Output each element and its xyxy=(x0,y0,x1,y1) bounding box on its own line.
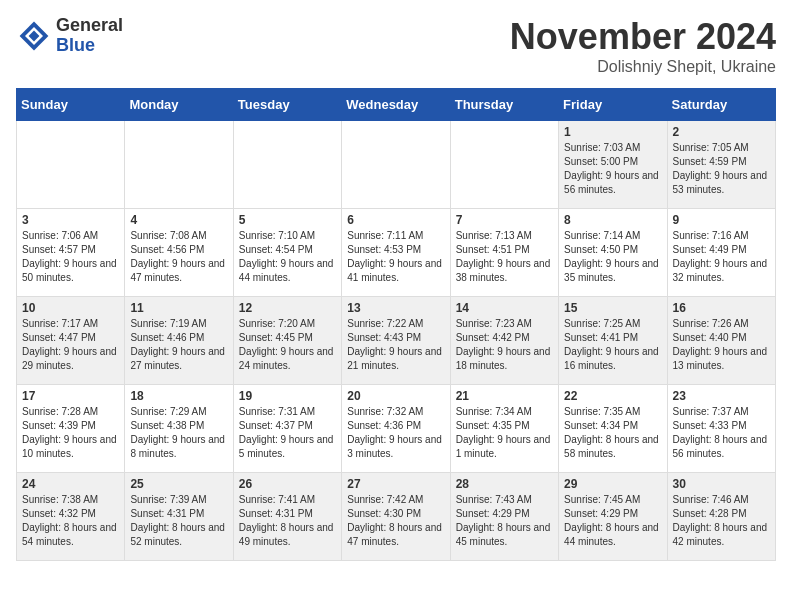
day-cell xyxy=(342,121,450,209)
week-row-2: 10Sunrise: 7:17 AM Sunset: 4:47 PM Dayli… xyxy=(17,297,776,385)
day-info: Sunrise: 7:23 AM Sunset: 4:42 PM Dayligh… xyxy=(456,317,553,373)
header-wednesday: Wednesday xyxy=(342,89,450,121)
day-cell: 4Sunrise: 7:08 AM Sunset: 4:56 PM Daylig… xyxy=(125,209,233,297)
day-cell: 12Sunrise: 7:20 AM Sunset: 4:45 PM Dayli… xyxy=(233,297,341,385)
day-info: Sunrise: 7:46 AM Sunset: 4:28 PM Dayligh… xyxy=(673,493,770,549)
day-cell: 3Sunrise: 7:06 AM Sunset: 4:57 PM Daylig… xyxy=(17,209,125,297)
day-number: 20 xyxy=(347,389,444,403)
day-number: 7 xyxy=(456,213,553,227)
day-number: 14 xyxy=(456,301,553,315)
calendar-table: SundayMondayTuesdayWednesdayThursdayFrid… xyxy=(16,88,776,561)
day-number: 17 xyxy=(22,389,119,403)
day-info: Sunrise: 7:32 AM Sunset: 4:36 PM Dayligh… xyxy=(347,405,444,461)
day-number: 16 xyxy=(673,301,770,315)
week-row-0: 1Sunrise: 7:03 AM Sunset: 5:00 PM Daylig… xyxy=(17,121,776,209)
day-cell: 19Sunrise: 7:31 AM Sunset: 4:37 PM Dayli… xyxy=(233,385,341,473)
day-number: 6 xyxy=(347,213,444,227)
main-title: November 2024 xyxy=(510,16,776,58)
day-cell: 5Sunrise: 7:10 AM Sunset: 4:54 PM Daylig… xyxy=(233,209,341,297)
day-number: 21 xyxy=(456,389,553,403)
day-cell: 21Sunrise: 7:34 AM Sunset: 4:35 PM Dayli… xyxy=(450,385,558,473)
day-info: Sunrise: 7:42 AM Sunset: 4:30 PM Dayligh… xyxy=(347,493,444,549)
header-tuesday: Tuesday xyxy=(233,89,341,121)
day-number: 24 xyxy=(22,477,119,491)
day-info: Sunrise: 7:41 AM Sunset: 4:31 PM Dayligh… xyxy=(239,493,336,549)
day-cell: 17Sunrise: 7:28 AM Sunset: 4:39 PM Dayli… xyxy=(17,385,125,473)
day-cell: 11Sunrise: 7:19 AM Sunset: 4:46 PM Dayli… xyxy=(125,297,233,385)
day-number: 10 xyxy=(22,301,119,315)
day-info: Sunrise: 7:10 AM Sunset: 4:54 PM Dayligh… xyxy=(239,229,336,285)
day-cell: 7Sunrise: 7:13 AM Sunset: 4:51 PM Daylig… xyxy=(450,209,558,297)
day-number: 23 xyxy=(673,389,770,403)
day-cell: 28Sunrise: 7:43 AM Sunset: 4:29 PM Dayli… xyxy=(450,473,558,561)
day-cell: 14Sunrise: 7:23 AM Sunset: 4:42 PM Dayli… xyxy=(450,297,558,385)
day-number: 1 xyxy=(564,125,661,139)
day-number: 22 xyxy=(564,389,661,403)
logo-blue: Blue xyxy=(56,36,123,56)
day-number: 19 xyxy=(239,389,336,403)
header: General Blue November 2024 Dolishniy She… xyxy=(16,16,776,76)
header-thursday: Thursday xyxy=(450,89,558,121)
day-info: Sunrise: 7:25 AM Sunset: 4:41 PM Dayligh… xyxy=(564,317,661,373)
day-cell xyxy=(125,121,233,209)
day-number: 3 xyxy=(22,213,119,227)
logo-general: General xyxy=(56,16,123,36)
week-row-4: 24Sunrise: 7:38 AM Sunset: 4:32 PM Dayli… xyxy=(17,473,776,561)
day-number: 26 xyxy=(239,477,336,491)
day-info: Sunrise: 7:08 AM Sunset: 4:56 PM Dayligh… xyxy=(130,229,227,285)
day-cell: 29Sunrise: 7:45 AM Sunset: 4:29 PM Dayli… xyxy=(559,473,667,561)
day-number: 30 xyxy=(673,477,770,491)
day-cell: 30Sunrise: 7:46 AM Sunset: 4:28 PM Dayli… xyxy=(667,473,775,561)
day-cell: 23Sunrise: 7:37 AM Sunset: 4:33 PM Dayli… xyxy=(667,385,775,473)
day-info: Sunrise: 7:05 AM Sunset: 4:59 PM Dayligh… xyxy=(673,141,770,197)
day-cell: 26Sunrise: 7:41 AM Sunset: 4:31 PM Dayli… xyxy=(233,473,341,561)
day-cell xyxy=(17,121,125,209)
day-number: 5 xyxy=(239,213,336,227)
day-info: Sunrise: 7:45 AM Sunset: 4:29 PM Dayligh… xyxy=(564,493,661,549)
day-info: Sunrise: 7:34 AM Sunset: 4:35 PM Dayligh… xyxy=(456,405,553,461)
day-info: Sunrise: 7:03 AM Sunset: 5:00 PM Dayligh… xyxy=(564,141,661,197)
day-info: Sunrise: 7:26 AM Sunset: 4:40 PM Dayligh… xyxy=(673,317,770,373)
day-cell: 20Sunrise: 7:32 AM Sunset: 4:36 PM Dayli… xyxy=(342,385,450,473)
day-number: 28 xyxy=(456,477,553,491)
week-row-3: 17Sunrise: 7:28 AM Sunset: 4:39 PM Dayli… xyxy=(17,385,776,473)
day-number: 2 xyxy=(673,125,770,139)
day-info: Sunrise: 7:11 AM Sunset: 4:53 PM Dayligh… xyxy=(347,229,444,285)
day-cell: 1Sunrise: 7:03 AM Sunset: 5:00 PM Daylig… xyxy=(559,121,667,209)
day-number: 15 xyxy=(564,301,661,315)
day-cell: 18Sunrise: 7:29 AM Sunset: 4:38 PM Dayli… xyxy=(125,385,233,473)
day-cell: 27Sunrise: 7:42 AM Sunset: 4:30 PM Dayli… xyxy=(342,473,450,561)
day-cell: 9Sunrise: 7:16 AM Sunset: 4:49 PM Daylig… xyxy=(667,209,775,297)
header-monday: Monday xyxy=(125,89,233,121)
day-info: Sunrise: 7:06 AM Sunset: 4:57 PM Dayligh… xyxy=(22,229,119,285)
header-friday: Friday xyxy=(559,89,667,121)
logo: General Blue xyxy=(16,16,123,56)
day-info: Sunrise: 7:29 AM Sunset: 4:38 PM Dayligh… xyxy=(130,405,227,461)
logo-text: General Blue xyxy=(56,16,123,56)
day-cell: 6Sunrise: 7:11 AM Sunset: 4:53 PM Daylig… xyxy=(342,209,450,297)
day-number: 29 xyxy=(564,477,661,491)
day-info: Sunrise: 7:31 AM Sunset: 4:37 PM Dayligh… xyxy=(239,405,336,461)
day-cell: 13Sunrise: 7:22 AM Sunset: 4:43 PM Dayli… xyxy=(342,297,450,385)
day-number: 13 xyxy=(347,301,444,315)
day-info: Sunrise: 7:35 AM Sunset: 4:34 PM Dayligh… xyxy=(564,405,661,461)
day-cell: 2Sunrise: 7:05 AM Sunset: 4:59 PM Daylig… xyxy=(667,121,775,209)
day-info: Sunrise: 7:22 AM Sunset: 4:43 PM Dayligh… xyxy=(347,317,444,373)
day-cell: 15Sunrise: 7:25 AM Sunset: 4:41 PM Dayli… xyxy=(559,297,667,385)
day-number: 9 xyxy=(673,213,770,227)
day-info: Sunrise: 7:38 AM Sunset: 4:32 PM Dayligh… xyxy=(22,493,119,549)
day-number: 25 xyxy=(130,477,227,491)
day-info: Sunrise: 7:20 AM Sunset: 4:45 PM Dayligh… xyxy=(239,317,336,373)
day-cell: 24Sunrise: 7:38 AM Sunset: 4:32 PM Dayli… xyxy=(17,473,125,561)
day-cell xyxy=(233,121,341,209)
day-number: 18 xyxy=(130,389,227,403)
day-number: 11 xyxy=(130,301,227,315)
day-cell xyxy=(450,121,558,209)
day-cell: 22Sunrise: 7:35 AM Sunset: 4:34 PM Dayli… xyxy=(559,385,667,473)
day-info: Sunrise: 7:37 AM Sunset: 4:33 PM Dayligh… xyxy=(673,405,770,461)
day-info: Sunrise: 7:28 AM Sunset: 4:39 PM Dayligh… xyxy=(22,405,119,461)
logo-icon xyxy=(16,18,52,54)
day-number: 8 xyxy=(564,213,661,227)
day-cell: 8Sunrise: 7:14 AM Sunset: 4:50 PM Daylig… xyxy=(559,209,667,297)
calendar-header-row: SundayMondayTuesdayWednesdayThursdayFrid… xyxy=(17,89,776,121)
